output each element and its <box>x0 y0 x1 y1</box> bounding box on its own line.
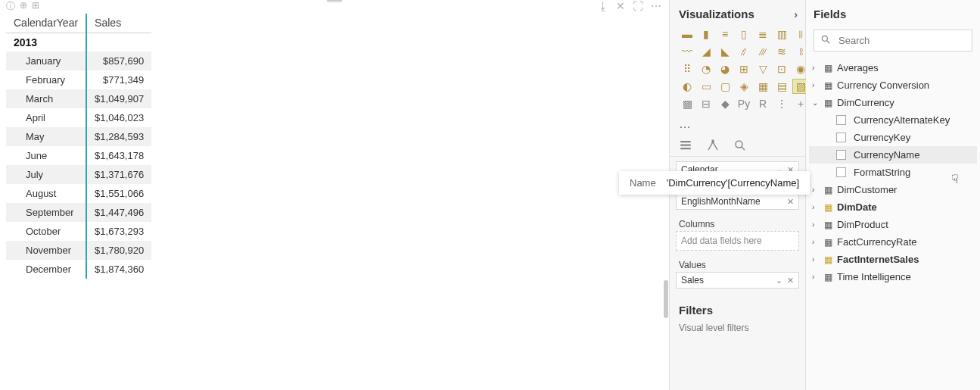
drill-down-icon[interactable]: ⭳ <box>598 0 608 12</box>
viz-combo-icon[interactable]: ⫽ <box>736 44 752 59</box>
well-item[interactable]: EnglishMonthName✕ <box>677 194 798 209</box>
visual-level-filters-label: Visual level filters <box>670 320 805 336</box>
table-node-factcurrencyrate[interactable]: ›▦FactCurrencyRate <box>809 233 977 251</box>
viz-bar-h-icon[interactable]: ▬ <box>679 27 695 42</box>
field-node-currencyname[interactable]: CurrencyName <box>809 146 977 164</box>
table-row[interactable]: February$771,349 <box>6 70 151 89</box>
viz-kpi-icon[interactable]: ◈ <box>736 79 752 94</box>
viz-combo2-icon[interactable]: ⫻ <box>754 44 771 59</box>
sales-cell: $1,049,907 <box>86 89 151 108</box>
table-node-dimcurrency[interactable]: ⌄▦DimCurrency <box>809 94 977 111</box>
table-row[interactable]: October$1,673,293 <box>6 222 151 241</box>
field-checkbox[interactable] <box>836 133 846 142</box>
table-icon: ▦ <box>824 63 832 73</box>
viz-bar-v3-icon[interactable]: ▥ <box>773 27 790 42</box>
columns-well[interactable]: Add data fields here <box>676 231 799 251</box>
table-row[interactable]: August$1,551,066 <box>6 184 151 203</box>
table-icon: ▦ <box>824 220 832 230</box>
field-tooltip: Name 'DimCurrency'[CurrencyName] <box>619 171 810 195</box>
well-item[interactable]: Sales⌄✕ <box>677 273 798 288</box>
filter-icon[interactable]: ✕ <box>616 0 625 12</box>
icon-square[interactable]: ⊞ <box>32 0 39 13</box>
analytics-tab-icon[interactable] <box>733 139 747 154</box>
col-header-year[interactable]: CalendarYear <box>6 14 86 33</box>
icon-circle-up[interactable]: ⓘ <box>6 0 15 13</box>
chevron-icon: ⌄ <box>812 98 820 107</box>
chevron-down-icon[interactable]: ⌄ <box>776 276 782 285</box>
remove-icon[interactable]: ✕ <box>787 197 794 207</box>
table-node-dimdate[interactable]: ›▦DimDate <box>809 198 977 216</box>
viz-matrix2-icon[interactable]: ⊟ <box>698 96 714 111</box>
viz-map-icon[interactable]: ⊡ <box>773 61 790 76</box>
viz-card2-icon[interactable]: ▢ <box>717 79 733 94</box>
viz-more-icon[interactable]: … <box>670 116 805 136</box>
field-checkbox[interactable] <box>836 115 846 125</box>
year-cell[interactable]: 2013 <box>6 33 86 51</box>
viz-funnel-icon[interactable]: ▽ <box>754 61 771 76</box>
more-options-icon[interactable]: ⋯ <box>651 0 661 12</box>
viz-table-icon[interactable]: ▤ <box>773 79 790 94</box>
table-row[interactable]: January$857,690 <box>6 51 151 70</box>
fields-search[interactable] <box>814 30 972 51</box>
table-label: FactCurrencyRate <box>837 236 916 248</box>
sales-cell: $1,780,920 <box>86 241 151 260</box>
tooltip-value: 'DimCurrency'[CurrencyName] <box>667 177 799 189</box>
viz-gauge-icon[interactable]: ◐ <box>679 79 695 94</box>
table-node-averages[interactable]: ›▦Averages <box>809 59 977 76</box>
well-item-label: EnglishMonthName <box>681 196 761 207</box>
table-node-factinternetsales[interactable]: ›▦FactInternetSales <box>809 251 977 268</box>
field-node-currencyalternatekey[interactable]: CurrencyAlternateKey <box>809 111 977 129</box>
field-label: CurrencyAlternateKey <box>854 114 950 126</box>
viz-rviz-icon[interactable]: ⋮ <box>773 96 790 111</box>
viz-line-icon[interactable]: 〰 <box>679 44 695 59</box>
table-row[interactable]: July$1,371,676 <box>6 165 151 184</box>
table-row[interactable]: September$1,447,496 <box>6 203 151 222</box>
viz-card-icon[interactable]: ▭ <box>698 79 714 94</box>
field-checkbox[interactable] <box>836 150 846 160</box>
viz-bar-h2-icon[interactable]: ≡ <box>717 27 733 42</box>
table-node-currency-conversion[interactable]: ›▦Currency Conversion <box>809 76 977 94</box>
format-tab-icon[interactable] <box>706 139 720 154</box>
viz-slicer-icon[interactable]: ▦ <box>754 79 771 94</box>
table-row[interactable]: December$1,874,360 <box>6 260 151 279</box>
table-row[interactable]: November$1,780,920 <box>6 241 151 260</box>
scrollbar[interactable] <box>664 280 668 318</box>
field-node-currencykey[interactable]: CurrencyKey <box>809 129 977 146</box>
focus-mode-icon[interactable]: ⛶ <box>633 0 643 12</box>
sales-cell: $1,447,496 <box>86 203 151 222</box>
table-row[interactable]: June$1,643,178 <box>6 146 151 165</box>
table-row[interactable]: May$1,284,593 <box>6 127 151 146</box>
viz-donut-icon[interactable]: ◔ <box>698 61 714 76</box>
viz-arcgis-icon[interactable]: ◆ <box>717 96 733 111</box>
viz-tree-icon[interactable]: ⊞ <box>736 61 752 76</box>
table-node-time-intelligence[interactable]: ›▦Time Intelligence <box>809 268 977 285</box>
col-header-sales[interactable]: Sales <box>86 14 151 33</box>
matrix-visual[interactable]: CalendarYear Sales 2013January$857,690Fe… <box>6 14 151 279</box>
viz-area-icon[interactable]: ◢ <box>698 44 714 59</box>
viz-table2-icon[interactable]: ▩ <box>679 96 695 111</box>
table-label: FactInternetSales <box>837 254 919 265</box>
table-label: Averages <box>837 62 879 73</box>
viz-ribbon-icon[interactable]: ≋ <box>773 44 790 59</box>
viz-bar-h3-icon[interactable]: ≣ <box>754 27 771 42</box>
icon-circle-down[interactable]: ⊕ <box>20 0 27 13</box>
table-icon: ▦ <box>824 254 832 265</box>
remove-icon[interactable]: ✕ <box>787 276 794 285</box>
fields-tab-icon[interactable] <box>679 139 692 154</box>
viz-bar-v2-icon[interactable]: ▯ <box>736 27 752 42</box>
viz-pie-icon[interactable]: ◕ <box>717 61 733 76</box>
viz-scatter-icon[interactable]: ⠿ <box>679 61 695 76</box>
viz-bar-v-icon[interactable]: ▮ <box>698 27 714 42</box>
viz-py2-icon[interactable]: R <box>754 96 771 111</box>
values-well[interactable]: Sales⌄✕ <box>676 272 799 289</box>
table-row[interactable]: March$1,049,907 <box>6 89 151 108</box>
drag-handle-icon[interactable] <box>323 0 346 2</box>
field-checkbox[interactable] <box>836 167 846 177</box>
viz-py-icon[interactable]: Py <box>736 96 752 111</box>
table-row[interactable]: April$1,046,023 <box>6 108 151 127</box>
table-node-dimproduct[interactable]: ›▦DimProduct <box>809 216 977 233</box>
collapse-viz-icon[interactable]: › <box>794 8 798 20</box>
viz-area2-icon[interactable]: ◣ <box>717 44 733 59</box>
report-canvas[interactable]: ⓘ ⊕ ⊞ ⭳ ✕ ⛶ ⋯ CalendarYear Sales 2013Jan… <box>0 0 670 390</box>
search-input[interactable] <box>837 34 967 47</box>
